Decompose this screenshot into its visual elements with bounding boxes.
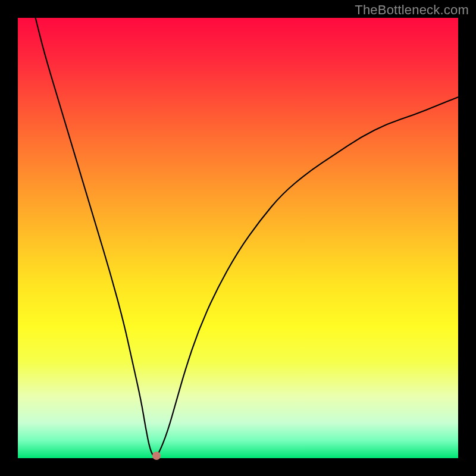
- curve-line: [0, 0, 476, 476]
- watermark-text: TheBottleneck.com: [355, 2, 469, 18]
- min-point-marker: [152, 452, 161, 460]
- chart-frame: TheBottleneck.com: [0, 0, 476, 476]
